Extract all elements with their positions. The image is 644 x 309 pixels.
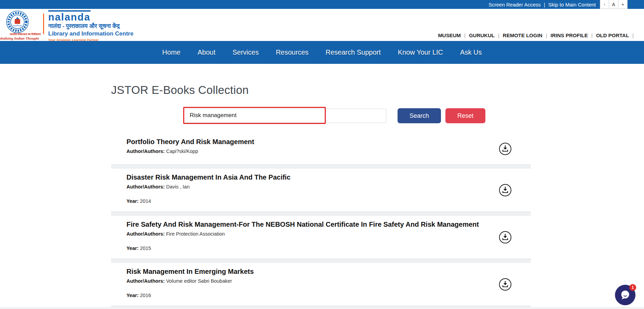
brand-title-hindi: नालंदा - पुस्तकालय और सूचना केंद्र xyxy=(48,23,133,30)
result-card: Risk Management In Emerging Markets Auth… xyxy=(111,263,531,306)
year-label: Year: xyxy=(126,245,140,251)
book-year-row: Year: 2016 xyxy=(126,293,492,298)
font-default-button[interactable]: A xyxy=(609,0,618,9)
font-size-controls: - A + xyxy=(600,0,628,9)
nav-item-resources[interactable]: Resources xyxy=(276,48,309,56)
result-card: Disaster Risk Management In Asia And The… xyxy=(111,169,531,211)
font-increase-button[interactable]: + xyxy=(618,0,628,9)
nav-item-know-your-lic[interactable]: Know Your LIC xyxy=(398,48,443,56)
chat-widget[interactable]: 1 xyxy=(615,285,635,305)
site-header: भारतीय विचारधारा का वैश्वीकरण Globalizin… xyxy=(0,9,644,41)
download-button[interactable] xyxy=(498,230,512,244)
book-title[interactable]: Fire Safety And Risk Management-For The … xyxy=(126,220,492,229)
author-label: Author/Authors: xyxy=(126,149,166,154)
page-title: JSTOR E-Books Collection xyxy=(111,84,249,97)
author-label: Author/Authors: xyxy=(126,184,166,189)
year-label: Year: xyxy=(126,293,140,298)
book-year-row: Year: 2015 xyxy=(126,245,492,251)
author-value: Capi?ski/Kopp xyxy=(166,149,198,154)
year-value: 2014 xyxy=(140,198,151,204)
nav-item-ask-us[interactable]: Ask Us xyxy=(460,48,482,56)
seal-icon xyxy=(4,10,31,34)
screen-reader-access-link[interactable]: Screen Reader Access xyxy=(488,2,541,8)
header-quick-links: MUSEUM|GURUKUL|REMOTE LOGIN|IRINS PROFIL… xyxy=(438,32,634,38)
quick-link[interactable]: GURUKUL xyxy=(469,32,495,38)
result-card-body: Fire Safety And Risk Management-For The … xyxy=(111,216,498,258)
top-utility-bar: Screen Reader Access | Skip to Main Cont… xyxy=(0,0,644,9)
author-label: Author/Authors: xyxy=(126,278,166,284)
book-title[interactable]: Risk Management In Emerging Markets xyxy=(126,267,492,276)
search-row: Risk management Search Reset xyxy=(0,107,644,125)
author-value: Davis , Ian xyxy=(166,184,190,189)
author-label: Author/Authors: xyxy=(126,231,166,237)
quick-link-separator: | xyxy=(546,32,547,38)
download-icon xyxy=(498,230,512,244)
download-icon xyxy=(498,183,512,197)
download-icon xyxy=(498,142,512,156)
nav-item-home[interactable]: Home xyxy=(162,48,180,56)
book-title[interactable]: Portfolio Theory And Risk Management xyxy=(126,138,492,146)
quick-link[interactable]: OLD PORTAL xyxy=(596,32,629,38)
quick-link-separator: | xyxy=(632,32,634,38)
nalanda-wordmark: nalanda xyxy=(48,10,91,22)
download-button[interactable] xyxy=(498,142,512,156)
search-button[interactable]: Search xyxy=(398,108,441,123)
book-title[interactable]: Disaster Risk Management In Asia And The… xyxy=(126,173,492,182)
font-decrease-button[interactable]: - xyxy=(600,0,609,9)
quick-link-separator: | xyxy=(464,32,466,38)
nav-item-services[interactable]: Services xyxy=(232,48,259,56)
quick-link[interactable]: IRINS PROFILE xyxy=(551,32,588,38)
result-card: Portfolio Theory And Risk Management Aut… xyxy=(111,133,531,164)
year-value: 2015 xyxy=(140,245,151,251)
results-list: Portfolio Theory And Risk Management Aut… xyxy=(111,133,531,309)
chat-bubble-icon xyxy=(619,289,631,301)
quick-link-separator: | xyxy=(498,32,499,38)
library-brand[interactable]: nalanda नालंदा - पुस्तकालय और सूचना केंद… xyxy=(48,10,133,42)
reset-button[interactable]: Reset xyxy=(445,108,485,123)
book-year-row: Year: 2014 xyxy=(126,198,492,204)
seal-caption: भारतीय विचारधारा का वैश्वीकरण xyxy=(1,33,49,36)
brand-title-english: Library and Information Centre xyxy=(48,30,133,37)
quick-link-separator: | xyxy=(591,32,593,38)
book-author-row: Author/Authors: Davis , Ian xyxy=(126,184,492,189)
result-card-body: Portfolio Theory And Risk Management Aut… xyxy=(111,133,498,164)
book-author-row: Author/Authors: Volume editor Sabri Boub… xyxy=(126,278,492,284)
download-button[interactable] xyxy=(498,278,512,291)
quick-link[interactable]: MUSEUM xyxy=(438,32,461,38)
nav-item-about[interactable]: About xyxy=(198,48,215,56)
institute-motto: Globalizing Indian Thought xyxy=(0,36,39,40)
institute-seal-logo xyxy=(4,10,31,36)
skip-to-main-content-link[interactable]: Skip to Main Content xyxy=(548,2,596,8)
book-author-row: Author/Authors: Fire Protection Associat… xyxy=(126,231,492,237)
download-button[interactable] xyxy=(498,183,512,197)
search-input-highlight[interactable]: Risk management xyxy=(183,107,326,124)
brand-divider xyxy=(43,14,44,34)
main-navigation: HomeAboutServicesResourcesResearch Suppo… xyxy=(0,41,644,64)
year-value: 2016 xyxy=(140,293,151,298)
chat-unread-badge: 1 xyxy=(629,284,636,291)
result-card: Fire Safety And Risk Management-For The … xyxy=(111,216,531,258)
search-query-text: Risk management xyxy=(190,112,237,119)
topbar-separator: | xyxy=(544,2,545,8)
quick-link[interactable]: REMOTE LOGIN xyxy=(503,32,542,38)
result-card-body: Risk Management In Emerging Markets Auth… xyxy=(111,263,498,306)
year-label: Year: xyxy=(126,198,140,204)
nav-item-research-support[interactable]: Research Support xyxy=(326,48,381,56)
bottom-strip xyxy=(0,307,644,309)
author-value: Fire Protection Association xyxy=(166,231,225,237)
author-value: Volume editor Sabri Boubaker xyxy=(166,278,232,284)
download-icon xyxy=(498,278,512,291)
result-card-body: Disaster Risk Management In Asia And The… xyxy=(111,169,498,211)
book-author-row: Author/Authors: Capi?ski/Kopp xyxy=(126,149,492,154)
